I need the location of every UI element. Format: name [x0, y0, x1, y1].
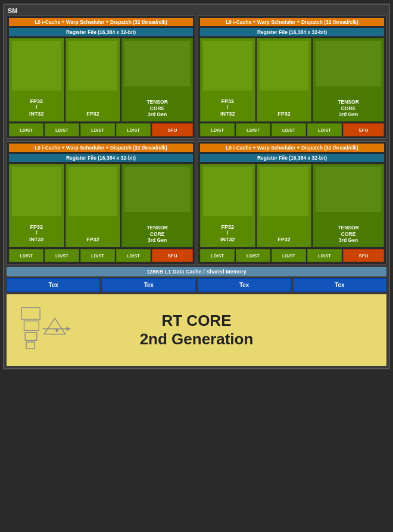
- compute-row-0: FP32/INT32 FP32 TENSORCORE3rd Gen: [9, 38, 193, 122]
- ldst-sfu-row-2: LD/ST LD/ST LD/ST LD/ST SFU: [9, 249, 193, 262]
- ldst-3-2: LD/ST: [272, 249, 306, 262]
- fp32-block-0: FP32: [66, 38, 121, 122]
- tensor-label-2: TENSORCORE3rd Gen: [146, 225, 167, 243]
- tex-row: Tex Tex Tex Tex: [7, 278, 386, 292]
- ldst-3-3: LD/ST: [307, 249, 342, 262]
- register-file-bar-1: Register File (16,384 x 32-bit): [200, 28, 384, 36]
- fp32-int32-label-0: FP32/INT32: [29, 98, 44, 117]
- sfu-block-1: SFU: [343, 123, 384, 136]
- svg-marker-6: [44, 318, 66, 334]
- fp32-block-2: FP32: [66, 164, 121, 247]
- svg-rect-0: [21, 307, 40, 319]
- sfu-block-3: SFU: [343, 249, 384, 262]
- quadrant-grid: L0 i-Cache + Warp Scheduler + Dispatch (…: [7, 15, 386, 265]
- ldst-0-1: LD/ST: [45, 123, 79, 136]
- fp32-label-0: FP32: [86, 111, 99, 117]
- tensor-block-0: TENSORCORE3rd Gen: [121, 38, 193, 122]
- ldst-2-2: LD/ST: [80, 249, 115, 262]
- l0-cache-bar-2: L0 i-Cache + Warp Scheduler + Dispatch (…: [9, 144, 193, 152]
- register-file-bar-3: Register File (16,384 x 32-bit): [200, 154, 384, 162]
- ldst-3-0: LD/ST: [200, 249, 235, 262]
- l1-cache-bar: 128KB L1 Data Cache / Shared Memory: [7, 267, 386, 276]
- quadrant-3: L0 i-Cache + Warp Scheduler + Dispatch (…: [198, 141, 386, 265]
- quadrant-2: L0 i-Cache + Warp Scheduler + Dispatch (…: [7, 141, 195, 265]
- sfu-block-0: SFU: [152, 123, 193, 136]
- compute-row-2: FP32/INT32 FP32 TENSORCORE3rd Gen: [9, 164, 193, 247]
- tex-unit-3: Tex: [293, 278, 386, 292]
- l0-cache-bar-3: L0 i-Cache + Warp Scheduler + Dispatch (…: [200, 144, 384, 152]
- register-file-bar-2: Register File (16,384 x 32-bit): [9, 154, 193, 162]
- tex-unit-1: Tex: [102, 278, 195, 292]
- fp32-block-3: FP32: [257, 164, 312, 247]
- ldst-1-1: LD/ST: [236, 123, 270, 136]
- ldst-1-3: LD/ST: [307, 123, 342, 136]
- svg-rect-2: [25, 332, 37, 340]
- svg-rect-1: [24, 321, 39, 331]
- tex-unit-0: Tex: [7, 278, 100, 292]
- sm-container: SM L0 i-Cache + Warp Scheduler + Dispatc…: [3, 4, 390, 369]
- fp32-label-1: FP32: [277, 111, 291, 117]
- rt-core-section: RT CORE 2nd Generation: [7, 294, 386, 366]
- tensor-label-0: TENSORCORE3rd Gen: [146, 99, 167, 117]
- fp32-int32-label-1: FP32/INT32: [220, 98, 235, 117]
- ldst-2-1: LD/ST: [45, 249, 79, 262]
- fp32-label-2: FP32: [86, 237, 99, 243]
- rt-core-label: RT CORE 2nd Generation: [140, 312, 254, 349]
- fp32-int32-block-3: FP32/INT32: [200, 164, 255, 247]
- tensor-block-3: TENSORCORE3rd Gen: [313, 164, 384, 247]
- ldst-3-1: LD/ST: [236, 249, 270, 262]
- l0-cache-bar-0: L0 i-Cache + Warp Scheduler + Dispatch (…: [9, 18, 193, 26]
- tensor-label-1: TENSORCORE3rd Gen: [338, 99, 358, 117]
- tensor-block-2: TENSORCORE3rd Gen: [121, 164, 193, 247]
- fp32-int32-block-1: FP32/INT32: [200, 38, 255, 122]
- fp32-label-3: FP32: [277, 237, 291, 243]
- l0-cache-bar-1: L0 i-Cache + Warp Scheduler + Dispatch (…: [200, 18, 384, 26]
- compute-row-1: FP32/INT32 FP32 TENSORCORE3rd Gen: [200, 38, 384, 122]
- ldst-1-0: LD/ST: [200, 123, 235, 136]
- fp32-int32-block-2: FP32/INT32: [9, 164, 64, 247]
- quadrant-1: L0 i-Cache + Warp Scheduler + Dispatch (…: [198, 15, 386, 139]
- svg-marker-5: [67, 326, 71, 331]
- ldst-1-2: LD/ST: [272, 123, 306, 136]
- fp32-int32-block-0: FP32/INT32: [9, 38, 64, 122]
- tex-unit-2: Tex: [198, 278, 291, 292]
- compute-row-3: FP32/INT32 FP32 TENSORCORE3rd Gen: [200, 164, 384, 247]
- ldst-sfu-row-1: LD/ST LD/ST LD/ST LD/ST SFU: [200, 123, 384, 136]
- sm-label: SM: [7, 7, 386, 14]
- fp32-block-1: FP32: [257, 38, 312, 122]
- svg-point-7: [55, 329, 58, 331]
- rt-core-diagram: [18, 305, 72, 355]
- ldst-sfu-row-0: LD/ST LD/ST LD/ST LD/ST SFU: [9, 123, 193, 136]
- ldst-sfu-row-3: LD/ST LD/ST LD/ST LD/ST SFU: [200, 249, 384, 262]
- tensor-block-1: TENSORCORE3rd Gen: [313, 38, 384, 122]
- quadrant-0: L0 i-Cache + Warp Scheduler + Dispatch (…: [7, 15, 195, 139]
- sfu-block-2: SFU: [152, 249, 193, 262]
- ldst-2-3: LD/ST: [116, 249, 151, 262]
- fp32-int32-label-2: FP32/INT32: [29, 224, 44, 243]
- svg-rect-3: [26, 342, 35, 349]
- ldst-0-3: LD/ST: [116, 123, 151, 136]
- fp32-int32-label-3: FP32/INT32: [220, 224, 235, 243]
- register-file-bar-0: Register File (16,384 x 32-bit): [9, 28, 193, 36]
- ldst-2-0: LD/ST: [9, 249, 43, 262]
- tensor-label-3: TENSORCORE3rd Gen: [338, 225, 358, 243]
- ldst-0-2: LD/ST: [80, 123, 115, 136]
- ldst-0-0: LD/ST: [9, 123, 43, 136]
